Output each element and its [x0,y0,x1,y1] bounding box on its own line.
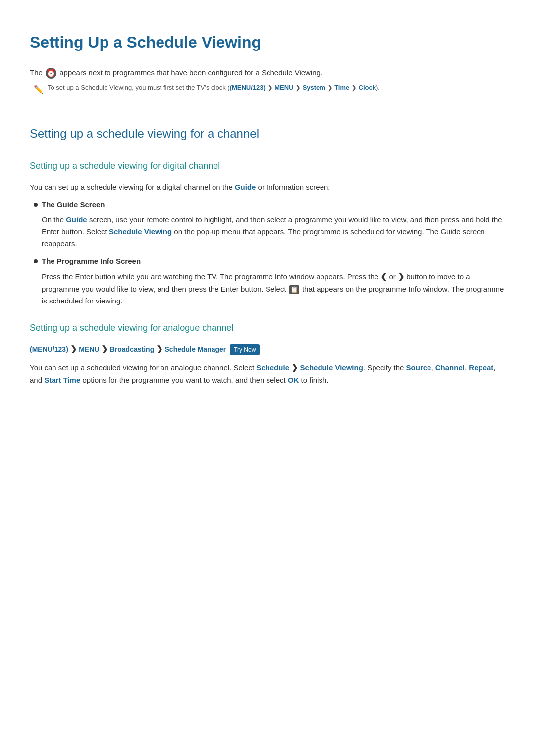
schedule-viewing-icon [46,68,56,79]
note-menu123-link[interactable]: (MENU/123) [230,84,266,91]
breadcrumb-chevron2: ❯ [101,345,109,353]
bullet-item-guide: The Guide Screen On the Guide screen, us… [34,199,505,250]
info-screen-body: Press the Enter button while you are wat… [42,270,505,307]
analogue-source-link[interactable]: Source [406,363,431,372]
guide-screen-body: On the Guide screen, use your remote con… [42,214,505,250]
analogue-breadcrumb: (MENU/123) ❯ MENU ❯ Broadcasting ❯ Sched… [30,343,505,355]
note-text: To set up a Schedule Viewing, you must f… [48,83,380,93]
intro-paragraph: The appears next to programmes that have… [30,67,505,79]
note-arrow3: ❯ [327,84,335,91]
analogue-body-text: You can set up a scheduled viewing for a… [30,361,505,386]
channel-section-title: Setting up a schedule viewing for a chan… [30,124,505,147]
breadcrumb-menu[interactable]: MENU [79,345,99,353]
breadcrumb-schedule-manager[interactable]: Schedule Manager [165,345,226,353]
analogue-channel-link[interactable]: Channel [435,363,465,372]
digital-intro-text: You can set up a schedule viewing for a … [30,181,505,193]
note-clock-link[interactable]: Clock [359,84,376,91]
digital-guide-link[interactable]: Guide [235,183,256,191]
breadcrumb-chevron1: ❯ [70,345,79,353]
bullet-content-info: The Programme Info Screen Press the Ente… [42,255,505,307]
breadcrumb-menu123[interactable]: (MENU/123) [30,345,68,353]
analogue-repeat-link[interactable]: Repeat [469,363,493,372]
bullet-item-info: The Programme Info Screen Press the Ente… [34,255,505,307]
bullet-content-guide: The Guide Screen On the Guide screen, us… [42,199,505,250]
chevron-left-icon: ❮ [380,270,387,283]
breadcrumb-chevron3: ❯ [156,345,164,353]
note-arrow2: ❯ [295,84,303,91]
breadcrumb-broadcasting[interactable]: Broadcasting [110,345,154,353]
digital-subtitle: Setting up a schedule viewing for digita… [30,159,505,173]
analogue-subtitle: Setting up a schedule viewing for analog… [30,321,505,335]
note-system-link[interactable]: System [303,84,325,91]
analogue-subsection: Setting up a schedule viewing for analog… [30,321,505,386]
note-arrow1: ❯ [268,84,275,91]
note-menu-link[interactable]: MENU [274,84,293,91]
guide-link-inline[interactable]: Guide [66,215,87,224]
programme-info-icon [289,285,299,294]
guide-screen-title: The Guide Screen [42,199,505,211]
page-title: Setting Up a Schedule Viewing [30,30,505,55]
analogue-start-time-link[interactable]: Start Time [44,376,80,384]
pencil-icon: ✏️ [34,83,44,96]
chevron-right-icon: ❯ [398,270,404,283]
analogue-schedule-viewing-link[interactable]: Schedule Viewing [300,363,363,372]
schedule-viewing-link[interactable]: Schedule Viewing [109,227,172,236]
bullet-dot-guide [34,203,38,207]
analogue-schedule-link[interactable]: Schedule [256,363,289,372]
note-row: ✏️ To set up a Schedule Viewing, you mus… [34,83,505,96]
bullet-dot-info [34,259,38,263]
intro-section: The appears next to programmes that have… [30,67,505,96]
intro-text-before: The [30,68,43,77]
note-arrow4: ❯ [351,84,359,91]
intro-text-after: appears next to programmes that have bee… [59,68,322,77]
guide-screen-list: The Guide Screen On the Guide screen, us… [30,199,505,307]
digital-subsection: Setting up a schedule viewing for digita… [30,159,505,306]
analogue-ok-link[interactable]: OK [288,376,299,384]
channel-section: Setting up a schedule viewing for a chan… [30,124,505,386]
analogue-schedule-arrow: ❯ [291,363,300,372]
info-screen-title: The Programme Info Screen [42,255,505,267]
section-divider [30,112,505,112]
note-time-link[interactable]: Time [334,84,349,91]
try-now-badge[interactable]: Try Now [230,344,260,355]
